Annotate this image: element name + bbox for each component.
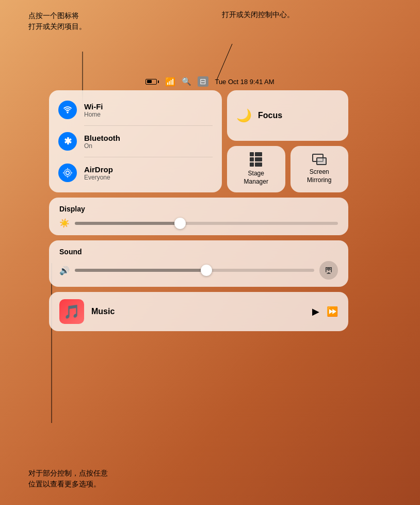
focus-label: Focus <box>258 111 282 120</box>
right-panels: 🌙 Focus Stage Manager <box>227 90 348 192</box>
screen-mirroring-panel[interactable]: Screen Mirroring <box>290 146 349 192</box>
status-datetime: Tue Oct 18 9:41 AM <box>215 78 274 86</box>
bluetooth-text: Bluetooth On <box>84 134 120 150</box>
svg-point-4 <box>64 169 71 176</box>
music-controls: ▶ ⏩ <box>312 306 338 317</box>
connectivity-panel[interactable]: Wi-Fi Home ✱ Bluetooth On <box>49 90 222 192</box>
svg-point-3 <box>66 171 70 175</box>
display-panel[interactable]: Display ☀️ <box>49 198 348 235</box>
wifi-text: Wi-Fi Home <box>84 102 103 118</box>
annotation-top-left: 点按一个图标将 打开或关闭项目。 <box>28 10 86 32</box>
annotation-top-right: 打开或关闭控制中心。 <box>222 9 294 20</box>
airdrop-text: AirDrop Everyone <box>84 165 113 181</box>
svg-line-1 <box>217 44 232 80</box>
sound-panel[interactable]: Sound 🔊 <box>49 240 348 287</box>
annotation-bottom-left: 对于部分控制，点按任意 位置以查看更多选项。 <box>28 468 108 490</box>
music-panel[interactable]: 🎵 Music ▶ ⏩ <box>49 292 348 331</box>
sound-slider-row: 🔊 <box>59 261 338 280</box>
airdrop-icon[interactable] <box>58 164 77 182</box>
wifi-status-icon: 📶 <box>165 77 175 87</box>
sound-label: Sound <box>59 248 338 256</box>
focus-moon-icon: 🌙 <box>236 108 252 123</box>
screen-mirroring-icon <box>312 154 327 165</box>
status-bar: 📶 🔍 ⊟ Tue Oct 18 9:41 AM <box>0 76 420 87</box>
brightness-slider[interactable] <box>75 222 338 225</box>
stage-manager-label: Stage Manager <box>244 170 268 186</box>
fast-forward-button[interactable]: ⏩ <box>327 306 338 317</box>
svg-point-5 <box>328 269 330 271</box>
bluetooth-item[interactable]: ✱ Bluetooth On <box>58 129 213 154</box>
play-button[interactable]: ▶ <box>312 306 319 317</box>
airdrop-item[interactable]: AirDrop Everyone <box>58 160 213 185</box>
screen-mirroring-label: Screen Mirroring <box>307 168 331 184</box>
brightness-icon: ☀️ <box>59 218 70 228</box>
bluetooth-icon[interactable]: ✱ <box>58 132 77 151</box>
control-center: Wi-Fi Home ✱ Bluetooth On <box>49 90 348 331</box>
music-label: Music <box>91 307 305 316</box>
stage-manager-panel[interactable]: Stage Manager <box>227 146 285 192</box>
search-icon[interactable]: 🔍 <box>182 77 191 86</box>
volume-icon: 🔊 <box>59 266 70 275</box>
wifi-icon[interactable] <box>58 101 77 119</box>
airplay-button[interactable] <box>319 261 338 280</box>
focus-panel[interactable]: 🌙 Focus <box>227 90 348 141</box>
wifi-item[interactable]: Wi-Fi Home <box>58 97 213 122</box>
volume-slider[interactable] <box>75 269 314 272</box>
control-center-icon[interactable]: ⊟ <box>198 76 208 87</box>
stage-manager-icon <box>250 152 262 167</box>
bottom-right-row: Stage Manager Screen Mirroring <box>227 146 348 192</box>
display-slider-row: ☀️ <box>59 218 338 228</box>
battery-icon <box>146 79 159 85</box>
display-label: Display <box>59 205 338 213</box>
top-row: Wi-Fi Home ✱ Bluetooth On <box>49 90 348 192</box>
music-app-icon: 🎵 <box>59 299 84 324</box>
